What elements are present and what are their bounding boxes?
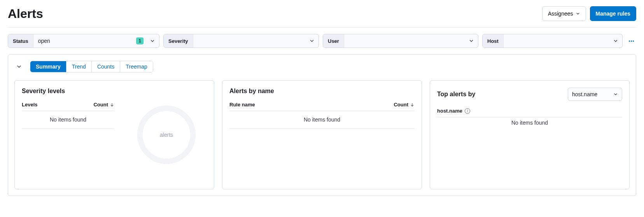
collapse-toggle[interactable] bbox=[14, 62, 24, 71]
chevron-down-icon bbox=[16, 64, 22, 70]
more-dot-icon bbox=[631, 41, 632, 42]
status-filter-label: Status bbox=[8, 34, 33, 48]
more-filters-button[interactable] bbox=[626, 38, 636, 44]
chevron-down-icon bbox=[613, 92, 618, 97]
cards-row: Severity levels Levels Count No items fo… bbox=[14, 80, 630, 189]
host-filter-value bbox=[504, 34, 609, 48]
chevron-down-icon bbox=[613, 38, 618, 44]
status-filter-chevron[interactable] bbox=[146, 34, 159, 48]
tab-summary[interactable]: Summary bbox=[30, 61, 66, 72]
host-filter[interactable]: Host bbox=[482, 34, 623, 48]
top-sublabel: host.name bbox=[437, 108, 462, 114]
byname-count-label: Count bbox=[394, 102, 408, 108]
info-icon[interactable]: i bbox=[465, 108, 470, 114]
donut-center-label: alerts bbox=[160, 132, 173, 138]
severity-filter-label: Severity bbox=[164, 34, 193, 48]
top-empty: No items found bbox=[437, 117, 622, 128]
severity-col-levels[interactable]: Levels bbox=[22, 102, 37, 108]
host-filter-chevron[interactable] bbox=[609, 34, 622, 48]
assignees-label: Assignees bbox=[548, 11, 573, 17]
severity-filter-value bbox=[193, 34, 305, 48]
byname-col-rule[interactable]: Rule name bbox=[229, 102, 255, 108]
status-filter[interactable]: Status open 1 bbox=[8, 34, 159, 48]
filters-row: Status open 1 Severity User Host bbox=[8, 34, 636, 48]
chevron-down-icon bbox=[309, 38, 315, 44]
user-filter-value bbox=[344, 34, 465, 48]
assignees-button[interactable]: Assignees bbox=[542, 6, 586, 21]
user-filter-label: User bbox=[323, 34, 344, 48]
chevron-down-icon bbox=[576, 11, 580, 16]
alerts-by-name-card: Alerts by name Rule name Count No items … bbox=[222, 80, 422, 189]
status-filter-value: open bbox=[33, 34, 136, 48]
byname-card-title: Alerts by name bbox=[229, 88, 415, 95]
manage-rules-label: Manage rules bbox=[596, 11, 630, 17]
byname-col-count[interactable]: Count bbox=[394, 102, 415, 108]
donut-chart: alerts bbox=[137, 106, 196, 164]
visualizations-panel: Summary Trend Counts Treemap Severity le… bbox=[8, 54, 636, 196]
more-dot-icon bbox=[633, 41, 634, 42]
sort-down-icon bbox=[410, 102, 415, 107]
status-filter-count: 1 bbox=[136, 37, 144, 44]
manage-rules-button[interactable]: Manage rules bbox=[590, 6, 636, 21]
severity-empty: No items found bbox=[22, 111, 114, 129]
tab-group: Summary Trend Counts Treemap bbox=[30, 61, 153, 72]
tab-treemap[interactable]: Treemap bbox=[120, 61, 153, 72]
severity-filter-chevron[interactable] bbox=[305, 34, 318, 48]
severity-table: Levels Count No items found bbox=[22, 102, 114, 168]
user-filter[interactable]: User bbox=[323, 34, 478, 48]
top-groupby-select[interactable]: host.name bbox=[568, 88, 622, 101]
host-filter-label: Host bbox=[483, 34, 504, 48]
tab-trend[interactable]: Trend bbox=[66, 61, 92, 72]
chevron-down-icon bbox=[150, 38, 155, 44]
top-alerts-card: Top alerts by host.name host.name i No i… bbox=[430, 80, 630, 189]
sort-down-icon bbox=[110, 102, 114, 107]
severity-levels-card: Severity levels Levels Count No items fo… bbox=[14, 80, 214, 189]
user-filter-chevron[interactable] bbox=[465, 34, 478, 48]
top-card-title: Top alerts by bbox=[437, 91, 475, 98]
byname-empty: No items found bbox=[229, 111, 415, 129]
header-actions: Assignees Manage rules bbox=[542, 6, 636, 21]
severity-card-title: Severity levels bbox=[22, 88, 207, 95]
top-groupby-value: host.name bbox=[572, 91, 597, 97]
severity-donut-chart: alerts bbox=[126, 102, 207, 168]
severity-col-count[interactable]: Count bbox=[93, 102, 114, 108]
page-title: Alerts bbox=[8, 7, 43, 21]
more-dot-icon bbox=[629, 41, 630, 42]
tabs-row: Summary Trend Counts Treemap bbox=[14, 61, 630, 72]
severity-filter[interactable]: Severity bbox=[163, 34, 319, 48]
tab-counts[interactable]: Counts bbox=[92, 61, 120, 72]
severity-count-label: Count bbox=[93, 102, 108, 108]
chevron-down-icon bbox=[469, 38, 474, 44]
